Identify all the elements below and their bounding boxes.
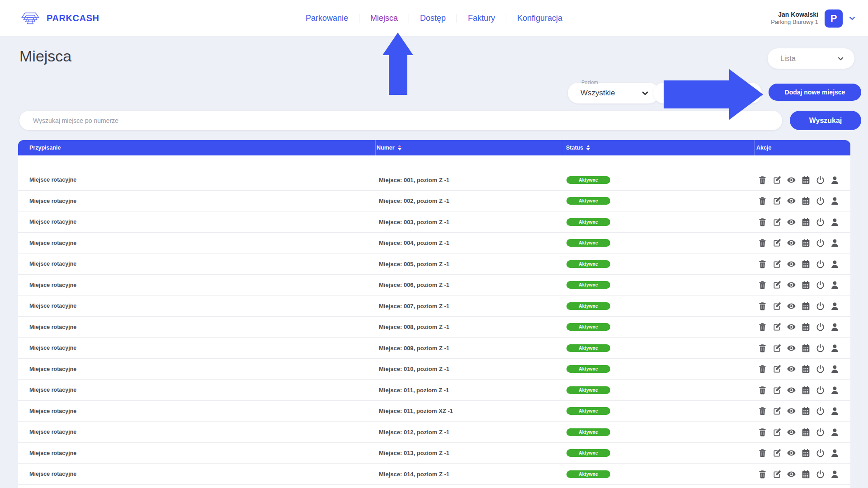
nav-item-dostęp[interactable]: Dostęp [409, 14, 457, 23]
power-icon[interactable] [816, 427, 825, 437]
calendar-icon[interactable] [801, 364, 811, 374]
calendar-icon[interactable] [801, 196, 811, 206]
view-icon[interactable] [787, 217, 796, 227]
chevron-down-icon[interactable] [849, 16, 855, 20]
view-icon[interactable] [787, 385, 796, 395]
calendar-icon[interactable] [801, 385, 811, 395]
power-icon[interactable] [816, 385, 825, 395]
delete-icon[interactable] [758, 280, 767, 290]
view-icon[interactable] [787, 259, 796, 269]
delete-icon[interactable] [758, 406, 767, 416]
assign-user-icon[interactable] [830, 448, 840, 458]
add-new-place-button[interactable]: Dodaj nowe miejsce [769, 84, 861, 101]
edit-icon[interactable] [772, 343, 782, 353]
poziom-filter-select[interactable]: Poziom Wszystkie [568, 83, 659, 103]
view-icon[interactable] [787, 196, 796, 206]
edit-icon[interactable] [772, 469, 782, 479]
assign-user-icon[interactable] [830, 280, 840, 290]
calendar-icon[interactable] [801, 259, 811, 269]
calendar-icon[interactable] [801, 427, 811, 437]
power-icon[interactable] [816, 406, 825, 416]
edit-icon[interactable] [772, 427, 782, 437]
assign-user-icon[interactable] [830, 385, 840, 395]
power-icon[interactable] [816, 301, 825, 311]
calendar-icon[interactable] [801, 238, 811, 248]
brand-logo[interactable]: PARKCASH [19, 0, 99, 37]
view-icon[interactable] [787, 322, 796, 332]
sort-numer-control[interactable] [398, 145, 401, 150]
calendar-icon[interactable] [801, 175, 811, 185]
delete-icon[interactable] [758, 469, 767, 479]
power-icon[interactable] [816, 322, 825, 332]
view-icon[interactable] [787, 238, 796, 248]
edit-icon[interactable] [772, 448, 782, 458]
assign-user-icon[interactable] [830, 238, 840, 248]
assign-user-icon[interactable] [830, 343, 840, 353]
view-icon[interactable] [787, 364, 796, 374]
assign-user-icon[interactable] [830, 406, 840, 416]
power-icon[interactable] [816, 217, 825, 227]
calendar-icon[interactable] [801, 448, 811, 458]
delete-icon[interactable] [758, 448, 767, 458]
assign-user-icon[interactable] [830, 427, 840, 437]
assign-user-icon[interactable] [830, 322, 840, 332]
view-mode-select[interactable]: Lista [768, 48, 854, 69]
edit-icon[interactable] [772, 196, 782, 206]
user-menu[interactable]: Jan Kowalski Parking Biurowy 1 P [771, 0, 855, 37]
edit-icon[interactable] [772, 217, 782, 227]
edit-icon[interactable] [772, 301, 782, 311]
delete-icon[interactable] [758, 238, 767, 248]
edit-icon[interactable] [772, 238, 782, 248]
delete-icon[interactable] [758, 175, 767, 185]
assign-user-icon[interactable] [830, 469, 840, 479]
calendar-icon[interactable] [801, 280, 811, 290]
delete-icon[interactable] [758, 385, 767, 395]
calendar-icon[interactable] [801, 469, 811, 479]
view-icon[interactable] [787, 469, 796, 479]
delete-icon[interactable] [758, 427, 767, 437]
view-icon[interactable] [787, 448, 796, 458]
assign-user-icon[interactable] [830, 364, 840, 374]
sort-asc-icon[interactable] [586, 145, 590, 147]
edit-icon[interactable] [772, 280, 782, 290]
view-icon[interactable] [787, 427, 796, 437]
delete-icon[interactable] [758, 322, 767, 332]
nav-item-miejsca[interactable]: Miejsca [359, 14, 409, 23]
assign-user-icon[interactable] [830, 301, 840, 311]
power-icon[interactable] [816, 196, 825, 206]
power-icon[interactable] [816, 364, 825, 374]
power-icon[interactable] [816, 448, 825, 458]
sort-desc-icon[interactable] [586, 148, 590, 150]
edit-icon[interactable] [772, 175, 782, 185]
power-icon[interactable] [816, 280, 825, 290]
assign-user-icon[interactable] [830, 259, 840, 269]
sort-status-control[interactable] [586, 145, 590, 150]
search-button[interactable]: Wyszukaj [790, 111, 861, 130]
nav-item-konfiguracja[interactable]: Konfiguracja [506, 14, 573, 23]
avatar[interactable]: P [825, 9, 843, 28]
edit-icon[interactable] [772, 322, 782, 332]
calendar-icon[interactable] [801, 343, 811, 353]
delete-icon[interactable] [758, 217, 767, 227]
sort-desc-icon[interactable] [398, 148, 401, 150]
sort-asc-icon[interactable] [398, 145, 401, 147]
power-icon[interactable] [816, 238, 825, 248]
view-icon[interactable] [787, 280, 796, 290]
view-icon[interactable] [787, 175, 796, 185]
view-icon[interactable] [787, 406, 796, 416]
view-icon[interactable] [787, 343, 796, 353]
delete-icon[interactable] [758, 364, 767, 374]
edit-icon[interactable] [772, 385, 782, 395]
column-header-numer[interactable]: Numer [377, 140, 401, 155]
assign-user-icon[interactable] [830, 175, 840, 185]
column-header-status[interactable]: Status [566, 140, 590, 155]
search-input[interactable] [19, 111, 782, 130]
delete-icon[interactable] [758, 301, 767, 311]
power-icon[interactable] [816, 259, 825, 269]
status-filter-select[interactable]: Status [653, 83, 762, 103]
assign-user-icon[interactable] [830, 196, 840, 206]
power-icon[interactable] [816, 469, 825, 479]
calendar-icon[interactable] [801, 301, 811, 311]
edit-icon[interactable] [772, 259, 782, 269]
edit-icon[interactable] [772, 364, 782, 374]
